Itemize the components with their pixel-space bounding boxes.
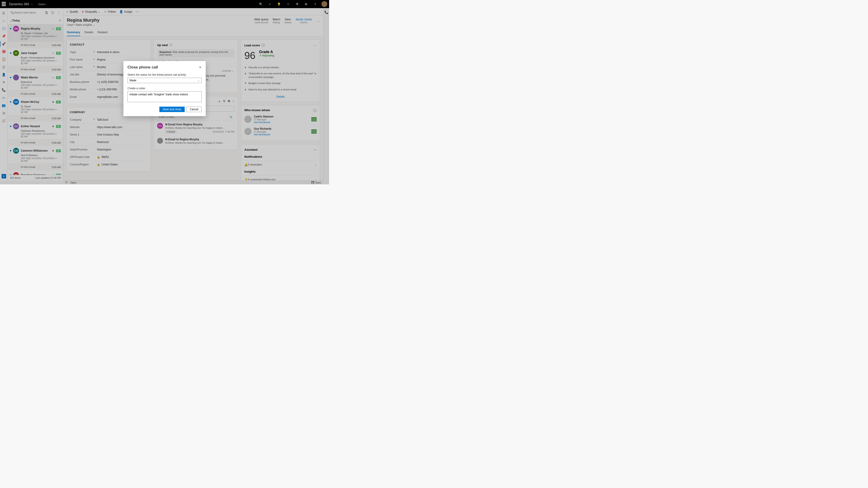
- dialog-title: Close phone call: [127, 65, 158, 70]
- close-icon[interactable]: ✕: [199, 66, 202, 69]
- notes-textarea[interactable]: [127, 91, 202, 102]
- notes-label: Create a notes: [127, 87, 202, 90]
- cancel-button[interactable]: Cancel: [186, 107, 202, 112]
- modal-overlay: Close phone call ✕ Select the status for…: [0, 0, 329, 184]
- save-and-close-button[interactable]: Save and close: [159, 107, 185, 112]
- close-phone-call-dialog: Close phone call ✕ Select the status for…: [123, 61, 206, 116]
- status-label: Select the status for the linked phone c…: [127, 73, 202, 76]
- status-select[interactable]: Made: [127, 78, 202, 83]
